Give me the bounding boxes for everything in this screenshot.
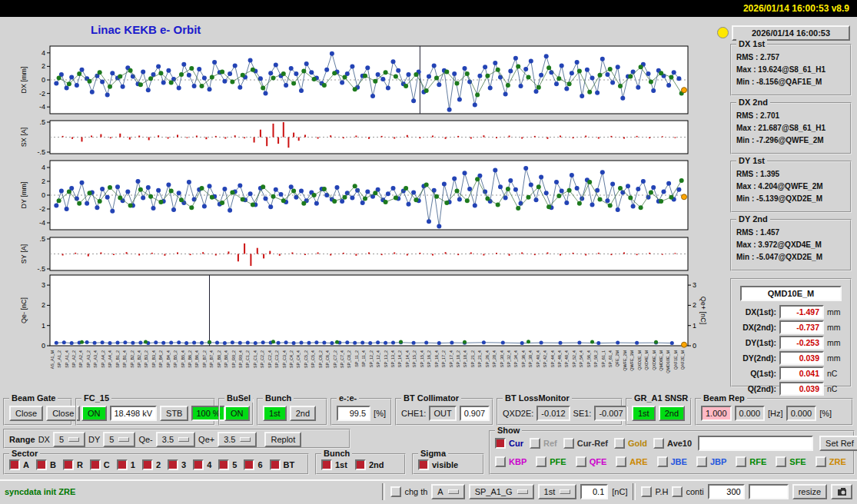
bunch-1st-button[interactable]: 1st bbox=[263, 406, 287, 421]
checkbox-2[interactable]: 2 bbox=[142, 459, 161, 470]
checkbox-box[interactable] bbox=[90, 459, 101, 470]
checkbox-jbe[interactable]: JBE bbox=[657, 456, 687, 467]
svg-text:4: 4 bbox=[42, 49, 45, 57]
checkbox-box[interactable] bbox=[641, 486, 652, 497]
orbit-charts[interactable]: 420-2-4DX [mm].5-.5SX [A]420-2-4DY [mm].… bbox=[0, 40, 707, 398]
checkbox-4[interactable]: 4 bbox=[193, 459, 211, 470]
checkbox-ave10[interactable]: Ave10 bbox=[653, 438, 692, 449]
busel-on-button[interactable]: ON bbox=[224, 406, 250, 421]
svg-text:SP_C2_4: SP_C2_4 bbox=[267, 350, 272, 368]
checkbox-c[interactable]: C bbox=[90, 459, 110, 470]
bunch-2nd-button[interactable]: 2nd bbox=[290, 406, 316, 421]
checkbox-5[interactable]: 5 bbox=[218, 459, 237, 470]
checkbox-box[interactable] bbox=[614, 438, 625, 449]
interval-input[interactable] bbox=[708, 484, 745, 499]
checkbox-b[interactable]: B bbox=[36, 459, 56, 470]
svg-text:SX [A]: SX [A] bbox=[20, 128, 28, 148]
checkbox-box[interactable] bbox=[672, 486, 683, 497]
checkbox-3[interactable]: 3 bbox=[168, 459, 186, 470]
fc15-stb-button[interactable]: STB bbox=[160, 406, 188, 421]
svg-text:SP_21_2: SP_21_2 bbox=[470, 350, 475, 367]
checkbox-box[interactable] bbox=[530, 438, 540, 449]
range-qep-dropdown[interactable]: 3.5 bbox=[218, 432, 257, 447]
checkbox-a[interactable]: A bbox=[9, 459, 29, 470]
checkbox-r[interactable]: R bbox=[63, 459, 83, 470]
checkbox-box[interactable] bbox=[563, 438, 574, 449]
checkbox-2nd[interactable]: 2nd bbox=[355, 459, 384, 470]
checkbox-box[interactable] bbox=[657, 456, 668, 467]
checkbox-box[interactable] bbox=[390, 486, 401, 497]
checkbox-box[interactable] bbox=[776, 456, 786, 467]
checkbox-label: SFE bbox=[789, 457, 806, 466]
range-qem-dropdown[interactable]: 3.5 bbox=[156, 432, 195, 447]
checkbox-box[interactable] bbox=[653, 438, 664, 449]
checkbox-box[interactable] bbox=[815, 456, 826, 467]
checkbox-qfe[interactable]: QFE bbox=[576, 456, 607, 467]
checkbox-box[interactable] bbox=[142, 459, 153, 470]
gr-snsr-1st-button[interactable]: 1st bbox=[632, 406, 656, 421]
checkbox-box[interactable] bbox=[536, 456, 546, 467]
aux-input[interactable] bbox=[749, 484, 789, 499]
checkbox-cur-ref[interactable]: Cur-Ref bbox=[563, 438, 608, 449]
threshold-unit-label: [nC] bbox=[612, 487, 627, 496]
bunch-dropdown[interactable]: 1st bbox=[538, 484, 577, 499]
set-ref-button[interactable]: Set Ref bbox=[819, 436, 857, 451]
checkbox-label: JBE bbox=[671, 457, 687, 466]
checkbox-ref[interactable]: Ref bbox=[530, 438, 557, 449]
checkbox-box[interactable] bbox=[616, 456, 626, 467]
checkbox-box[interactable] bbox=[168, 459, 178, 470]
checkbox-are[interactable]: ARE bbox=[616, 456, 647, 467]
checkbox-bt[interactable]: BT bbox=[270, 459, 295, 470]
checkbox-box[interactable] bbox=[495, 438, 506, 449]
checkbox-zre[interactable]: ZRE bbox=[815, 456, 846, 467]
checkbox-box[interactable] bbox=[736, 456, 746, 467]
checkbox-chg-th[interactable]: chg th bbox=[390, 486, 427, 497]
device-dropdown[interactable]: SP_A1_G bbox=[469, 484, 534, 499]
checkbox-visible[interactable]: visible bbox=[418, 459, 458, 470]
checkbox-label: 6 bbox=[257, 460, 262, 469]
threshold-input[interactable] bbox=[580, 484, 608, 499]
ref-file-input[interactable] bbox=[698, 436, 813, 451]
gr-snsr-2nd-button[interactable]: 2nd bbox=[659, 406, 685, 421]
checkbox-box[interactable] bbox=[270, 459, 281, 470]
checkbox-kbp[interactable]: KBP bbox=[495, 456, 526, 467]
checkbox-box[interactable] bbox=[117, 459, 128, 470]
screenshot-button[interactable] bbox=[831, 484, 852, 499]
checkbox-box[interactable] bbox=[576, 456, 586, 467]
checkbox-label: JBP bbox=[710, 457, 726, 466]
checkbox-conti[interactable]: conti bbox=[672, 486, 703, 497]
checkbox-box[interactable] bbox=[36, 459, 47, 470]
checkbox-box[interactable] bbox=[418, 459, 429, 470]
separator bbox=[382, 483, 385, 500]
checkbox-box[interactable] bbox=[495, 456, 506, 467]
replot-button[interactable]: Replot bbox=[264, 432, 301, 447]
sector-dropdown[interactable]: A bbox=[431, 484, 464, 499]
checkbox-box[interactable] bbox=[244, 459, 254, 470]
bunch-dropdown-value: 1st bbox=[544, 487, 556, 496]
checkbox-box[interactable] bbox=[218, 459, 229, 470]
beam-gate-close-1-button[interactable]: Close bbox=[9, 406, 43, 421]
checkbox-box[interactable] bbox=[696, 456, 707, 467]
bpm-field-value: 0.039 bbox=[779, 382, 824, 396]
checkbox-1[interactable]: 1 bbox=[117, 459, 135, 470]
checkbox-box[interactable] bbox=[193, 459, 204, 470]
range-dy-dropdown[interactable]: 5 bbox=[103, 432, 135, 447]
fc15-on-button[interactable]: ON bbox=[81, 406, 107, 421]
checkbox-sfe[interactable]: SFE bbox=[776, 456, 806, 467]
checkbox-box[interactable] bbox=[355, 459, 366, 470]
checkbox-rfe[interactable]: RFE bbox=[736, 456, 766, 467]
svg-text:SP_15_4: SP_15_4 bbox=[420, 350, 424, 367]
checkbox-gold[interactable]: Gold bbox=[614, 438, 647, 449]
checkbox-box[interactable] bbox=[321, 459, 332, 470]
checkbox-pfe[interactable]: PFE bbox=[536, 456, 566, 467]
checkbox-box[interactable] bbox=[63, 459, 74, 470]
range-dx-dropdown[interactable]: 5 bbox=[53, 432, 85, 447]
checkbox-cur[interactable]: Cur bbox=[495, 438, 523, 449]
checkbox-p-h[interactable]: P.H bbox=[641, 486, 668, 497]
checkbox-1st[interactable]: 1st bbox=[321, 459, 347, 470]
checkbox-box[interactable] bbox=[9, 459, 20, 470]
checkbox-jbp[interactable]: JBP bbox=[696, 456, 726, 467]
resize-button[interactable]: resize bbox=[792, 484, 827, 499]
svg-text:0: 0 bbox=[42, 76, 45, 84]
checkbox-6[interactable]: 6 bbox=[244, 459, 262, 470]
